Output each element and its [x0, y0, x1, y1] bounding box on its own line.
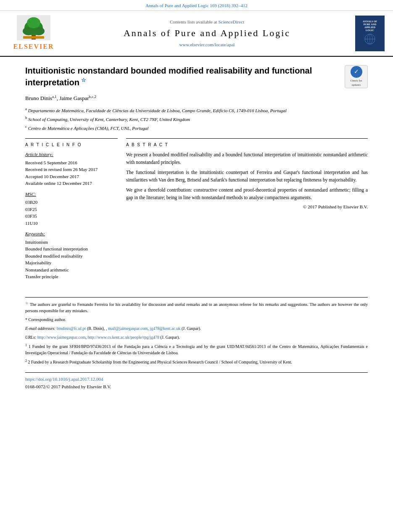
journal-ref-bar: Annals of Pure and Applied Logic 169 (20… — [0, 0, 393, 11]
journal-header: ELSEVIER Contents lists available at Sci… — [0, 11, 393, 56]
footnote1: 1 1 Funded by the grant SFRH/BPD/97436/2… — [25, 343, 368, 356]
abstract-para-1: The functional interpretation is the int… — [126, 169, 368, 184]
urls-label: URLs: — [25, 335, 36, 340]
two-column-section: A R T I C L E I N F O Article history: R… — [25, 138, 368, 284]
footnote2: 2 2 Funded by a Research Postgraduate Sc… — [25, 358, 368, 365]
svg-point-4 — [33, 27, 45, 35]
article-title: Intuitionistic nonstandard bounded modif… — [25, 65, 338, 88]
email3-link[interactable]: jg478@kent.ac.uk — [150, 326, 180, 331]
author2-sup: b,c,2 — [89, 95, 97, 99]
star-footnote: ☆ The authors are grateful to Fernando F… — [25, 301, 368, 314]
keyword-4: Nonstandard arithmetic — [25, 266, 118, 274]
contents-line: Contents lists available at ScienceDirec… — [59, 19, 355, 25]
msc-label: MSC: — [25, 191, 118, 198]
footnote-section: ☆ The authors are grateful to Fernando F… — [25, 297, 368, 390]
svg-point-5 — [27, 17, 40, 28]
history-label: Article history: — [25, 151, 118, 158]
main-content: Intuitionistic nonstandard bounded modif… — [0, 57, 393, 398]
article-info-column: A R T I C L E I N F O Article history: R… — [25, 138, 118, 284]
svg-point-3 — [23, 27, 34, 35]
msc-section: MSC: 03B20 03F25 03F35 11U10 — [25, 191, 118, 226]
author1-name: Bruno Dinis — [25, 95, 52, 101]
doi-section: https://doi.org/10.1016/j.apal.2017.12.0… — [25, 372, 368, 390]
check-icon: ✓ — [351, 66, 362, 78]
urls-line: URLs: http://www.jaimegaspar.com, http:/… — [25, 334, 368, 340]
journal-name-title: Annals of Pure and Applied Logic — [59, 27, 355, 40]
issn-line: 0168-0072/© 2017 Published by Elsevier B… — [25, 384, 368, 390]
abstract-header: A B S T R A C T — [126, 142, 368, 148]
cover-graphic — [359, 32, 380, 47]
abstract-column: A B S T R A C T We present a bounded mod… — [126, 138, 368, 284]
keyword-3: Majorisability — [25, 259, 118, 266]
keyword-2: Bounded modified realisability — [25, 253, 118, 260]
check-updates-badge[interactable]: ✓ Check forupdates — [345, 65, 368, 88]
email2-link[interactable]: mail@jaimegaspar.com — [108, 326, 148, 331]
doi-link[interactable]: https://doi.org/10.1016/j.apal.2017.12.0… — [25, 377, 103, 382]
check-updates-label: Check forupdates — [351, 79, 362, 87]
abstract-para-0: We present a bounded modified realisabil… — [126, 151, 368, 166]
journal-cover-image: ANNALS OFPURE ANDAPPLIEDLOGIC — [355, 16, 385, 51]
url1-link[interactable]: http://www.jaimegaspar.com — [37, 335, 86, 340]
elsevier-tree-icon — [17, 15, 50, 40]
email-label: E-mail addresses: — [25, 326, 55, 331]
keyword-5: Transfer principle — [25, 273, 118, 280]
svg-rect-6 — [23, 36, 44, 39]
affiliation-c: c Centro de Matemática e Aplicações (CMA… — [25, 124, 368, 132]
abstract-copyright: © 2017 Published by Elsevier B.V. — [126, 204, 368, 210]
keywords-label: Keywords: — [25, 231, 118, 237]
affiliation-b: b School of Computing, University of Ken… — [25, 115, 368, 123]
msc-content: 03B20 03F25 03F35 11U10 — [25, 199, 118, 226]
msc-3: 11U10 — [25, 220, 118, 227]
article-history: Article history: Received 5 September 20… — [25, 151, 118, 187]
history-line-0: Received 5 September 2016 — [25, 159, 118, 166]
cover-title-text: ANNALS OFPURE ANDAPPLIEDLOGIC — [363, 20, 377, 32]
history-line-2: Accepted 10 December 2017 — [25, 173, 118, 180]
authors-line: Bruno Dinisa,1, Jaime Gasparb,c,2 — [25, 94, 368, 103]
article-info-header: A R T I C L E I N F O — [25, 142, 118, 148]
history-line-3: Available online 12 December 2017 — [25, 180, 118, 187]
elsevier-logo: ELSEVIER — [8, 15, 59, 51]
msc-1: 03F25 — [25, 206, 118, 213]
journal-url[interactable]: www.elsevier.com/locate/apal — [59, 42, 355, 48]
title-star: ☆ — [79, 77, 86, 83]
keywords-section: Keywords: Intuitionism Bounded functiona… — [25, 231, 118, 280]
elsevier-brand-text: ELSEVIER — [13, 42, 54, 51]
email1-link[interactable]: bmdinis@fc.ul.pt — [57, 326, 86, 331]
keyword-0: Intuitionism — [25, 239, 118, 246]
affiliation-a: a Departamento de Matemática, Faculdade … — [25, 106, 368, 114]
keywords-content: Intuitionism Bounded functional interpre… — [25, 239, 118, 280]
msc-0: 03B20 — [25, 199, 118, 206]
url2-link[interactable]: http://www.cs.kent.ac.uk/people/rpg/jg47… — [88, 335, 159, 340]
history-line-1: Received in revised form 26 May 2017 — [25, 166, 118, 173]
affiliations: a Departamento de Matemática, Faculdade … — [25, 106, 368, 132]
email-addresses: E-mail addresses: bmdinis@fc.ul.pt (B. D… — [25, 325, 368, 332]
article-title-section: Intuitionistic nonstandard bounded modif… — [25, 65, 368, 88]
abstract-para-2: We give a threefold contribution: constr… — [126, 187, 368, 202]
sciencedirect-link[interactable]: ScienceDirect — [218, 19, 244, 24]
keyword-1: Bounded functional interpretation — [25, 245, 118, 253]
msc-2: 03F35 — [25, 213, 118, 220]
abstract-text: We present a bounded modified realisabil… — [126, 151, 368, 201]
journal-title-center: Contents lists available at ScienceDirec… — [59, 19, 355, 48]
author1-sup: a,1 — [52, 95, 57, 99]
corresponding-author: * Corresponding author. — [25, 316, 368, 323]
journal-reference: Annals of Pure and Applied Logic 169 (20… — [145, 3, 248, 8]
history-content: Received 5 September 2016 Received in re… — [25, 159, 118, 187]
